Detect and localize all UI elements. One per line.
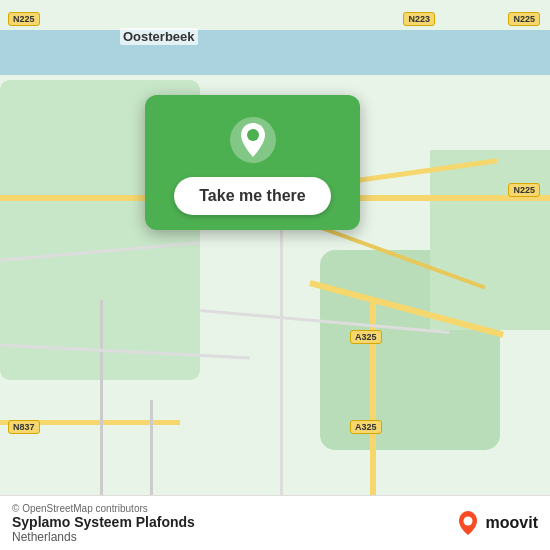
attribution-text: © OpenStreetMap contributors [12,503,195,514]
location-pin-icon [228,115,278,165]
location-info: Syplamo Systeem Plafonds Netherlands [12,514,195,544]
map-container: N225 N223 N225 N225 N837 A325 A325 Ooste… [0,0,550,550]
road-badge-a325-1: A325 [350,330,382,344]
moovit-icon [454,509,482,537]
road-badge-n225-3: N225 [508,183,540,197]
location-name: Syplamo Systeem Plafonds [12,514,195,530]
town-label: Oosterbeek [120,28,198,45]
small-road-2 [100,300,103,500]
take-me-there-button[interactable]: Take me there [174,177,330,215]
road-badge-n225-1: N225 [8,12,40,26]
svg-point-2 [463,517,472,526]
small-road-4 [280,230,283,530]
location-card: Take me there [145,95,360,230]
road-badge-n223: N223 [403,12,435,26]
road-badge-n837: N837 [8,420,40,434]
svg-point-1 [247,129,259,141]
river-top [0,30,550,75]
bottom-info: © OpenStreetMap contributors Syplamo Sys… [12,503,195,544]
road-badge-a325-2: A325 [350,420,382,434]
green-area-top-right [430,150,550,330]
moovit-logo: moovit [454,509,538,537]
road-badge-n225-2: N225 [508,12,540,26]
moovit-text: moovit [486,514,538,532]
bottom-bar: © OpenStreetMap contributors Syplamo Sys… [0,495,550,550]
location-country: Netherlands [12,530,195,544]
